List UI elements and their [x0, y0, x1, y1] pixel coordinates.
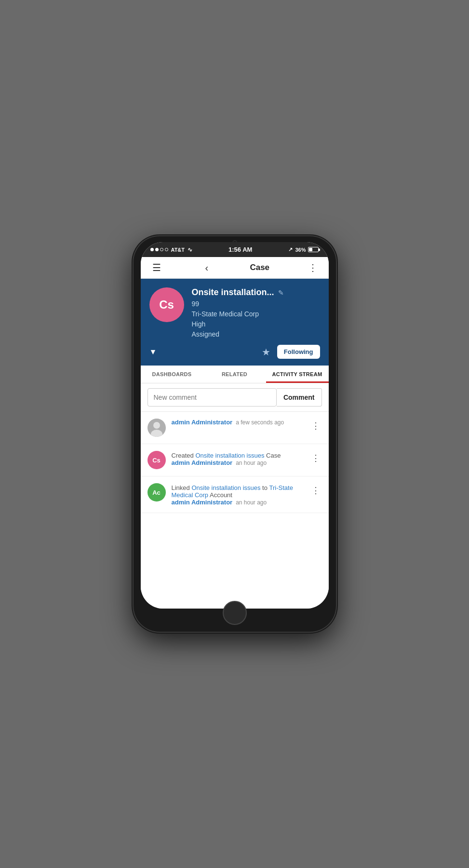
tab-activity-stream[interactable]: ACTIVITY STREAM: [266, 366, 329, 383]
activity-user-3: admin Administrator: [172, 499, 233, 506]
activity-avatar-2: Cs: [147, 451, 166, 469]
svg-point-1: [153, 422, 160, 429]
tab-bar: DASHBOARDS RELATED ACTIVITY STREAM: [141, 366, 329, 383]
activity-time-1: a few seconds ago: [234, 419, 284, 426]
activity-avatar-1: [147, 419, 166, 437]
activity-meta-3: admin Administrator an hour ago: [172, 499, 304, 506]
case-title-row: Onsite installation... ✎: [192, 287, 320, 298]
status-bar: AT&T ∿ 1:56 AM ↗ 36%: [141, 242, 329, 257]
comment-input[interactable]: [147, 388, 277, 407]
status-right: ↗ 36%: [288, 246, 319, 253]
case-header-top: Cs Onsite installation... ✎ 99 Tri-State…: [149, 287, 320, 338]
case-title: Onsite installation...: [192, 287, 274, 298]
location-icon: ↗: [288, 246, 293, 253]
activity-user-2: admin Administrator: [172, 459, 233, 466]
comment-input-row: Comment: [141, 383, 329, 412]
tab-dashboards[interactable]: DASHBOARDS: [141, 366, 203, 383]
case-avatar: Cs: [149, 287, 184, 322]
page-title: Case: [250, 263, 269, 272]
expand-icon[interactable]: ▼: [149, 348, 157, 356]
battery-percent: 36%: [295, 247, 306, 253]
case-footer-row: ▼ ★ Following: [149, 345, 320, 359]
favorite-star-icon[interactable]: ★: [262, 346, 270, 358]
activity-link-2[interactable]: Onsite installation issues: [195, 452, 264, 459]
activity-item-2: Cs Created Onsite installation issues Ca…: [141, 444, 329, 476]
home-button[interactable]: [223, 601, 247, 625]
activity-item-3: Ac Linked Onsite installation issues to …: [141, 476, 329, 513]
activity-body-2: Created Onsite installation issues Case …: [172, 451, 304, 466]
case-status: Assigned: [192, 330, 320, 338]
signal-dots: [150, 248, 168, 251]
battery-fill: [309, 248, 312, 251]
tab-related[interactable]: RELATED: [203, 366, 266, 383]
case-priority: High: [192, 320, 320, 328]
signal-dot-1: [150, 248, 154, 251]
back-icon[interactable]: ‹: [200, 262, 214, 273]
phone-frame: AT&T ∿ 1:56 AM ↗ 36% ☰ ‹ Case ⋮ Cs: [134, 236, 336, 632]
activity-content: Comment admin Administrator a few second…: [141, 383, 329, 609]
signal-dot-2: [155, 248, 159, 251]
case-info: Onsite installation... ✎ 99 Tri-State Me…: [192, 287, 320, 338]
signal-dot-4: [165, 248, 168, 251]
comment-button[interactable]: Comment: [277, 388, 322, 407]
activity-avatar-3: Ac: [147, 483, 166, 502]
case-company: Tri-State Medical Corp: [192, 310, 320, 318]
signal-dot-3: [160, 248, 163, 251]
case-number: 99: [192, 300, 320, 308]
phone-screen: AT&T ∿ 1:56 AM ↗ 36% ☰ ‹ Case ⋮ Cs: [141, 242, 329, 609]
following-button[interactable]: Following: [277, 345, 320, 359]
activity-more-icon-3[interactable]: ⋮: [309, 485, 322, 496]
nav-bar: ☰ ‹ Case ⋮: [141, 257, 329, 279]
activity-body-1: admin Administrator a few seconds ago: [172, 419, 304, 426]
activity-meta-1: admin Administrator a few seconds ago: [172, 419, 304, 426]
carrier-label: AT&T: [171, 247, 185, 253]
time-display: 1:56 AM: [228, 246, 252, 253]
header-actions: ★ Following: [262, 345, 320, 359]
more-options-icon[interactable]: ⋮: [306, 262, 320, 273]
wifi-icon: ∿: [188, 246, 192, 253]
activity-link-3a[interactable]: Onsite installation issues: [191, 484, 260, 491]
status-left: AT&T ∿: [150, 246, 193, 253]
hamburger-menu-icon[interactable]: ☰: [149, 262, 164, 273]
case-header: Cs Onsite installation... ✎ 99 Tri-State…: [141, 279, 329, 366]
edit-icon[interactable]: ✎: [278, 289, 284, 297]
activity-user-1: admin Administrator: [172, 419, 233, 426]
activity-text-3: Linked Onsite installation issues to Tri…: [172, 484, 304, 499]
activity-more-icon-2[interactable]: ⋮: [309, 453, 322, 463]
activity-body-3: Linked Onsite installation issues to Tri…: [172, 483, 304, 506]
activity-meta-2: admin Administrator an hour ago: [172, 459, 304, 466]
battery-icon: [308, 247, 319, 252]
activity-more-icon-1[interactable]: ⋮: [309, 420, 322, 431]
activity-item: admin Administrator a few seconds ago ⋮: [141, 412, 329, 444]
activity-text-2: Created Onsite installation issues Case: [172, 452, 304, 459]
